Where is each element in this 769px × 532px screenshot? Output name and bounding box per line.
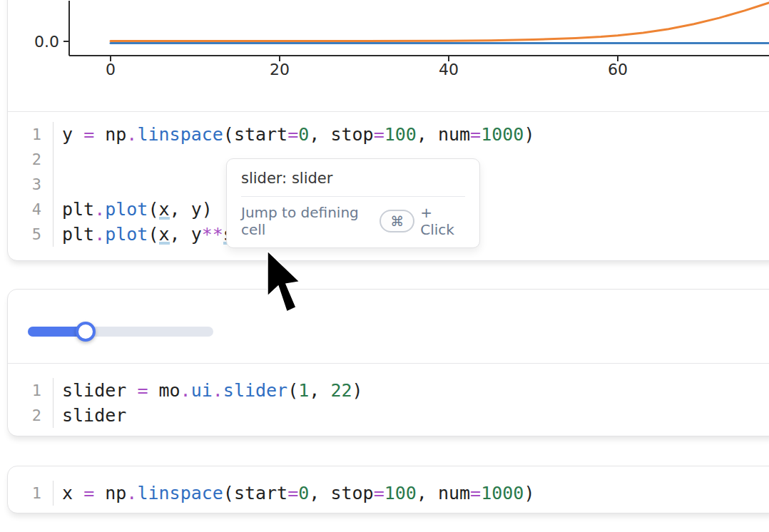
line-number: 3 [8, 172, 41, 197]
slider-thumb[interactable] [76, 322, 96, 342]
notebook-cell-slider: 1slider = mo.ui.slider(1, 22)2slider [7, 289, 769, 436]
line-number: 4 [8, 197, 41, 222]
notebook-cell-x: 1x = np.linspace(start=0, stop=100, num=… [7, 466, 769, 513]
code-editor[interactable]: 1slider = mo.ui.slider(1, 22)2slider [8, 363, 769, 436]
slider-output [8, 290, 769, 363]
line-number: 2 [8, 403, 41, 428]
plot-output: 0.00204060 [8, 0, 769, 111]
code-line: 1y = np.linspace(start=0, stop=100, num=… [8, 122, 769, 147]
code-editor[interactable]: 1x = np.linspace(start=0, stop=100, num=… [8, 466, 769, 513]
line-number: 1 [8, 481, 41, 506]
line-number: 1 [8, 378, 41, 403]
code-line: 1x = np.linspace(start=0, stop=100, num=… [8, 481, 769, 506]
tooltip-click-label: + Click [420, 204, 465, 238]
line-number: 5 [8, 222, 41, 247]
variable-tooltip: slider: slider Jump to defining cell ⌘ +… [226, 158, 480, 248]
mouse-cursor-icon [265, 250, 302, 316]
svg-text:0: 0 [106, 61, 116, 78]
matplotlib-chart: 0.00204060 [8, 1, 769, 111]
slider[interactable] [28, 322, 213, 342]
svg-text:40: 40 [439, 61, 459, 78]
tooltip-action-label: Jump to defining cell [241, 204, 371, 238]
tooltip-footer: Jump to defining cell ⌘ + Click [241, 204, 465, 238]
code-line: 1slider = mo.ui.slider(1, 22) [8, 378, 769, 403]
tooltip-divider [241, 196, 465, 197]
line-number: 2 [8, 147, 41, 172]
command-key-badge: ⌘ [380, 210, 414, 232]
svg-text:20: 20 [270, 61, 290, 78]
line-number: 1 [8, 122, 41, 147]
svg-text:60: 60 [608, 61, 628, 78]
tooltip-title: slider: slider [241, 170, 465, 187]
code-line: 2slider [8, 403, 769, 428]
svg-text:0.0: 0.0 [34, 33, 59, 51]
